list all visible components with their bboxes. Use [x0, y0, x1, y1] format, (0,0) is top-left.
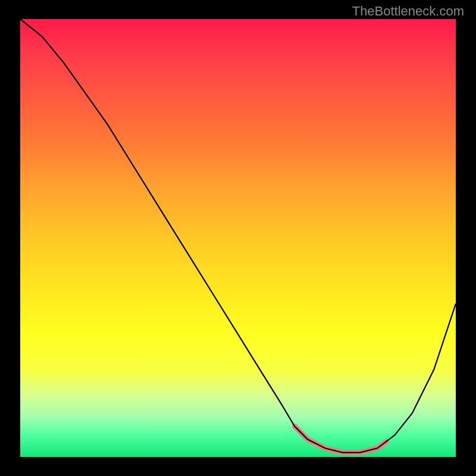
bottleneck-curve-line [20, 19, 456, 453]
chart-svg [20, 19, 456, 457]
watermark-text: TheBottleneck.com [352, 4, 464, 19]
chart-plot-area [20, 19, 456, 457]
